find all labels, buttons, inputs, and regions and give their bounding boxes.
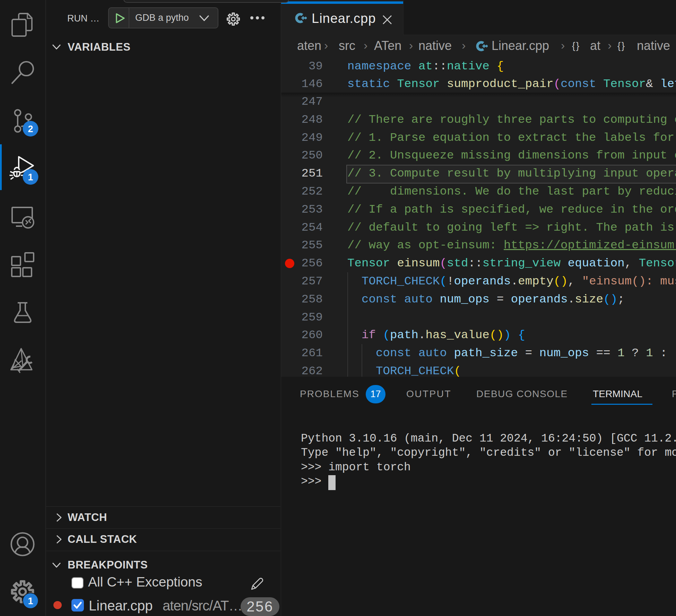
svg-text:1: 1 xyxy=(28,172,33,182)
svg-text:2: 2 xyxy=(28,124,33,134)
svg-text:1: 1 xyxy=(28,596,33,606)
